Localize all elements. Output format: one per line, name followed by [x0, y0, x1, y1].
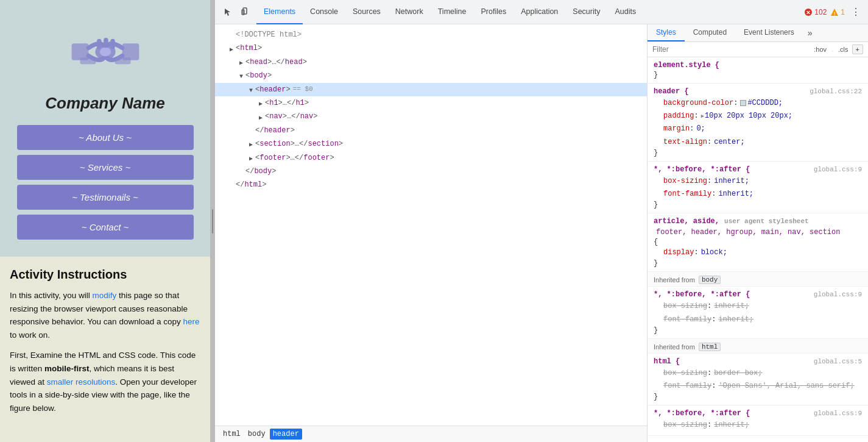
rule-inherited-body-universal: *, *:before, *:after { global.css:9 box-…: [647, 287, 868, 338]
tree-body-close[interactable]: </body>: [215, 165, 647, 178]
svg-rect-9: [243, 8, 247, 14]
warning-icon: !: [830, 8, 839, 16]
breadcrumb-body[interactable]: body: [245, 429, 269, 440]
tree-header-close[interactable]: </header>: [215, 124, 647, 137]
nav-testimonails[interactable]: ~ Testimonails ~: [17, 185, 194, 210]
rule-universal-source[interactable]: global.css:9: [814, 166, 862, 173]
devtools-more-button[interactable]: ⋮: [849, 5, 863, 20]
devtools-tabs: Elements Console Sources Network Timelin…: [256, 0, 804, 24]
tree-html-close[interactable]: </html>: [215, 178, 647, 191]
rule-inherited-html-source[interactable]: global.css:5: [814, 358, 862, 365]
styles-tab-more[interactable]: »: [803, 24, 817, 41]
company-name: Company Name: [45, 94, 165, 113]
rule-header-source[interactable]: global.css:22: [810, 88, 862, 95]
tab-application[interactable]: Application: [513, 0, 565, 24]
rule-header: header { global.css:22 background-color:…: [647, 84, 868, 162]
styles-tab-event-listeners[interactable]: Event Listeners: [735, 24, 803, 41]
devtools-topbar: Elements Console Sources Network Timelin…: [215, 0, 868, 24]
handshake-icon: [69, 24, 142, 79]
tree-head[interactable]: ▶ <head>…</head>: [215, 55, 647, 69]
tree-header[interactable]: ▼ <header> == $0: [215, 83, 647, 96]
rule-inherited-html: html { global.css:5 box-sizing: border-b…: [647, 354, 868, 405]
breadcrumb: html body header: [215, 426, 647, 442]
rule-prop-html-box-sizing: box-sizing: border-box;: [654, 367, 862, 380]
rule-prop-display: display: block;: [654, 246, 862, 259]
svg-rect-8: [115, 57, 130, 64]
rule-last-universal: *, *:before, *:after { global.css:9 box-…: [647, 405, 868, 436]
activity-para2: First, Examine the HTML and CSS code. Th…: [10, 349, 200, 415]
tab-audits[interactable]: Audits: [607, 0, 643, 24]
left-panel: Company Name ~ About Us ~ ~ Services ~ ~…: [0, 0, 210, 442]
tree-doctype[interactable]: <!DOCTYPE html>: [215, 28, 647, 41]
breadcrumb-header[interactable]: header: [270, 429, 302, 440]
activity-para1: In this activity, you will modify this p…: [10, 289, 200, 341]
error-icon: ✕: [804, 8, 813, 16]
svg-text:✕: ✕: [806, 10, 811, 16]
svg-rect-6: [110, 39, 115, 49]
tree-section[interactable]: ▶ <section>…</section>: [215, 137, 647, 151]
inherited-from-html: Inherited from html: [647, 339, 868, 354]
tab-timeline[interactable]: Timeline: [431, 0, 474, 24]
panel-divider[interactable]: [210, 0, 215, 442]
rule-prop-last-box-sizing: box-sizing: inherit;: [654, 419, 862, 432]
tree-h1[interactable]: ▶ <h1>…</h1>: [215, 96, 647, 110]
svg-rect-5: [104, 38, 108, 48]
warning-badge: ! 1: [830, 8, 845, 16]
breadcrumb-html[interactable]: html: [220, 429, 244, 440]
tab-network[interactable]: Network: [388, 0, 431, 24]
styles-filter-input[interactable]: [652, 45, 809, 54]
rule-prop-box-sizing: box-sizing: inherit;: [654, 175, 862, 188]
tab-console[interactable]: Console: [303, 0, 345, 24]
nav-services[interactable]: ~ Services ~: [17, 155, 194, 180]
styles-tab-computed[interactable]: Computed: [685, 24, 735, 41]
rule-prop-body-font-family: font-family: inherit;: [654, 313, 862, 326]
activity-title: Activity Instructions: [10, 268, 200, 282]
logo-area: [69, 24, 142, 82]
rule-prop-font-family: font-family: inherit;: [654, 188, 862, 201]
devtools-topbar-right: ✕ 102 ! 1 ⋮: [804, 5, 863, 20]
html-tree: <!DOCTYPE html> ▶ <html> ▶ <head>…</head…: [215, 24, 647, 426]
tree-html[interactable]: ▶ <html>: [215, 41, 647, 55]
activity-section: Activity Instructions In this activity, …: [0, 257, 210, 442]
styles-tab-styles[interactable]: Styles: [647, 24, 685, 41]
tree-footer[interactable]: ▶ <footer>…</footer>: [215, 151, 647, 165]
styles-tabs: Styles Computed Event Listeners »: [647, 24, 868, 42]
rule-universal: *, *:before, *:after { global.css:9 box-…: [647, 162, 868, 213]
tree-nav[interactable]: ▶ <nav>…</nav>: [215, 110, 647, 123]
inspect-button[interactable]: [220, 4, 237, 21]
tab-elements[interactable]: Elements: [256, 0, 303, 24]
devtools-panel: Elements Console Sources Network Timelin…: [215, 0, 868, 442]
rule-element-style: element.style { }: [647, 57, 868, 84]
rule-prop-body-box-sizing: box-sizing: inherit;: [654, 300, 862, 313]
tree-body[interactable]: ▼ <body>: [215, 69, 647, 82]
filter-hov: :hov: [814, 46, 827, 53]
rule-prop-padding: padding: ▶10px 20px 10px 20px;: [654, 110, 862, 123]
rule-last-universal-source[interactable]: global.css:9: [814, 410, 862, 417]
error-badge: ✕ 102: [804, 8, 827, 16]
styles-filter-bar: :hov . .cls +: [647, 42, 868, 57]
tab-profiles[interactable]: Profiles: [473, 0, 513, 24]
add-style-rule-button[interactable]: +: [852, 45, 863, 54]
website-preview: Company Name ~ About Us ~ ~ Services ~ ~…: [0, 0, 210, 257]
rule-user-agent: article, aside,user agent stylesheet foo…: [647, 213, 868, 272]
tab-security[interactable]: Security: [565, 0, 607, 24]
nav-about[interactable]: ~ About Us ~: [17, 125, 194, 150]
rule-inherited-body-source[interactable]: global.css:9: [814, 291, 862, 298]
styles-panel: Styles Computed Event Listeners » :hov .…: [647, 24, 868, 442]
nav-contact[interactable]: ~ Contact ~: [17, 215, 194, 240]
inherited-from-body: Inherited from body: [647, 272, 868, 287]
svg-rect-4: [97, 39, 101, 49]
filter-cls: .cls: [838, 46, 849, 53]
rule-prop-html-font-family: font-family: 'Open Sans', Arial, sans-se…: [654, 380, 862, 393]
svg-text:!: !: [834, 10, 836, 16]
device-toggle-button[interactable]: [237, 4, 254, 21]
rule-prop-margin: margin: 0;: [654, 123, 862, 135]
rule-prop-text-align: text-align: center;: [654, 136, 862, 149]
tab-sources[interactable]: Sources: [345, 0, 388, 24]
styles-content: element.style { } header { global.css:22…: [647, 57, 868, 442]
here-link[interactable]: here: [183, 317, 199, 326]
svg-rect-7: [80, 57, 96, 64]
svg-point-3: [99, 48, 110, 57]
devtools-content: <!DOCTYPE html> ▶ <html> ▶ <head>…</head…: [215, 24, 868, 442]
elements-panel: <!DOCTYPE html> ▶ <html> ▶ <head>…</head…: [215, 24, 647, 442]
